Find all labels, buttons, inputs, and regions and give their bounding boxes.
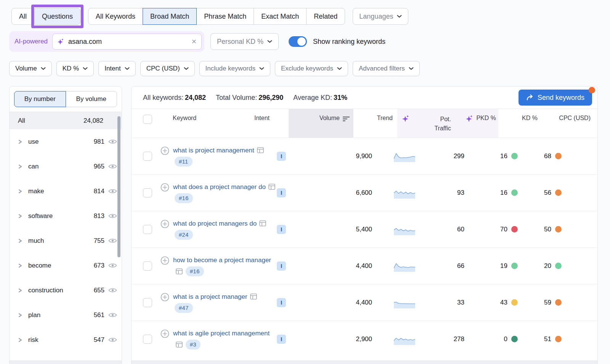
intent-badge[interactable]: I: [277, 261, 286, 271]
serp-preview-icon[interactable]: [250, 293, 257, 300]
chevron-right-icon: [18, 337, 22, 343]
sidebar-group-item[interactable]: software 813: [10, 204, 122, 228]
row-checkbox[interactable]: [143, 298, 152, 307]
intent-badge[interactable]: I: [277, 188, 286, 197]
eye-icon[interactable]: [108, 312, 117, 318]
languages-dropdown[interactable]: Languages: [353, 8, 408, 25]
tab-all-keywords[interactable]: All Keywords: [88, 8, 143, 25]
tab-related[interactable]: Related: [306, 8, 345, 25]
header-pkd[interactable]: PKD %: [453, 109, 498, 138]
row-checkbox[interactable]: [143, 261, 152, 271]
ranking-position-badge[interactable]: #47: [175, 303, 193, 313]
add-keyword-icon[interactable]: [161, 293, 169, 301]
share-arrow-icon: [526, 94, 534, 101]
header-trend[interactable]: Trend: [353, 109, 397, 138]
ranking-position-badge[interactable]: #3: [186, 340, 201, 350]
tab-exact-match[interactable]: Exact Match: [254, 8, 307, 25]
header-keyword[interactable]: Keyword: [153, 109, 254, 138]
serp-preview-icon[interactable]: [259, 220, 266, 226]
filter-include-keywords[interactable]: Include keywords: [199, 61, 270, 76]
filter-label: CPC (USD): [146, 65, 180, 72]
keyword-link[interactable]: what is a project manager: [173, 293, 247, 300]
keyword-table-row: what is agile project management #3 I 2,…: [132, 321, 597, 357]
tab-phrase-match[interactable]: Phrase Match: [196, 8, 254, 25]
filter-exclude-keywords[interactable]: Exclude keywords: [275, 61, 348, 76]
keyword-link[interactable]: what is project management: [173, 147, 254, 154]
eye-icon[interactable]: [108, 188, 117, 194]
eye-icon[interactable]: [108, 213, 117, 219]
intent-badge[interactable]: I: [277, 298, 286, 307]
header-kd[interactable]: KD %: [498, 109, 542, 138]
sidebar-group-item[interactable]: use 981: [10, 129, 122, 154]
ranking-position-badge[interactable]: #11: [175, 157, 193, 167]
sidebar-all-row[interactable]: All 24,082: [10, 112, 122, 129]
intent-badge[interactable]: I: [277, 152, 286, 161]
tab-by-volume[interactable]: By volume: [66, 91, 117, 107]
ranking-position-badge[interactable]: #24: [175, 230, 193, 240]
eye-icon[interactable]: [108, 287, 117, 293]
row-checkbox[interactable]: [143, 335, 152, 344]
eye-icon[interactable]: [108, 163, 117, 170]
sidebar-scrollbar[interactable]: [117, 116, 120, 257]
intent-badge[interactable]: I: [277, 335, 286, 344]
keyword-link[interactable]: what do project managers do: [173, 220, 257, 227]
eye-icon[interactable]: [108, 262, 117, 269]
eye-icon[interactable]: [108, 337, 117, 343]
keyword-link[interactable]: what does a project manager do: [173, 183, 266, 191]
serp-preview-icon[interactable]: [176, 342, 183, 348]
serp-preview-icon[interactable]: [176, 268, 183, 274]
eye-icon[interactable]: [108, 237, 117, 244]
ranking-position-badge[interactable]: #16: [175, 193, 193, 203]
tab-questions[interactable]: Questions: [34, 8, 80, 25]
tab-all[interactable]: All: [11, 8, 34, 25]
filter-volume[interactable]: Volume: [9, 61, 52, 76]
header-pot-line2: Traffic: [434, 124, 451, 133]
sidebar-group-item[interactable]: risk 547: [10, 327, 122, 352]
send-keywords-button[interactable]: Send keywords: [518, 90, 592, 106]
search-input[interactable]: [68, 38, 188, 46]
chevron-down-icon: [83, 67, 88, 70]
intent-badge[interactable]: I: [277, 225, 286, 234]
header-pot-traffic[interactable]: Pot. Traffic: [397, 109, 453, 138]
kd-difficulty-dot: [555, 153, 562, 159]
show-ranking-keywords-toggle[interactable]: [289, 36, 307, 47]
add-keyword-icon[interactable]: [161, 220, 169, 228]
serp-preview-icon[interactable]: [257, 147, 264, 153]
sidebar-group-item[interactable]: much 755: [10, 228, 122, 253]
stat-value: 31%: [334, 94, 347, 101]
clear-search-icon[interactable]: ✕: [191, 38, 197, 46]
ranking-position-badge[interactable]: #16: [186, 266, 204, 276]
select-all-checkbox[interactable]: [143, 115, 152, 124]
filter-intent[interactable]: Intent: [98, 61, 136, 76]
filter-kd-[interactable]: KD %: [56, 61, 94, 76]
filter-advanced-filters[interactable]: Advanced filters: [353, 61, 420, 76]
tab-by-number[interactable]: By number: [14, 91, 66, 107]
row-checkbox[interactable]: [143, 188, 152, 197]
add-keyword-icon[interactable]: [161, 183, 169, 192]
add-keyword-icon[interactable]: [161, 256, 169, 265]
keyword-link[interactable]: how to become a project manager: [173, 257, 271, 264]
filter-cpc-usd-[interactable]: CPC (USD): [140, 61, 195, 76]
add-keyword-icon[interactable]: [161, 329, 169, 338]
sidebar-group-item[interactable]: plan 561: [10, 303, 122, 327]
header-intent[interactable]: Intent: [254, 109, 289, 138]
personal-kd-dropdown[interactable]: Personal KD %: [210, 33, 279, 50]
eye-icon[interactable]: [108, 138, 117, 145]
header-cpc[interactable]: CPC (USD): [542, 109, 597, 138]
group-count: 755: [94, 237, 104, 245]
sidebar-group-item[interactable]: can 965: [10, 154, 122, 179]
tab-broad-match[interactable]: Broad Match: [143, 8, 197, 25]
chevron-down-icon: [397, 15, 402, 18]
add-keyword-icon[interactable]: [161, 146, 169, 155]
sidebar-group-item[interactable]: make 814: [10, 179, 122, 204]
sidebar-group-item[interactable]: construction 655: [10, 278, 122, 303]
header-volume[interactable]: Volume: [289, 109, 353, 138]
keyword-link[interactable]: what is agile project management: [173, 330, 270, 337]
row-checkbox[interactable]: [143, 225, 152, 234]
kd-difficulty-dot: [555, 189, 562, 196]
pkd-value: 16: [500, 189, 507, 197]
sidebar-group-item[interactable]: become 673: [10, 253, 122, 278]
serp-preview-icon[interactable]: [268, 184, 275, 190]
match-type-toolbar: All Questions All KeywordsBroad MatchPhr…: [11, 8, 610, 25]
row-checkbox[interactable]: [143, 152, 152, 161]
